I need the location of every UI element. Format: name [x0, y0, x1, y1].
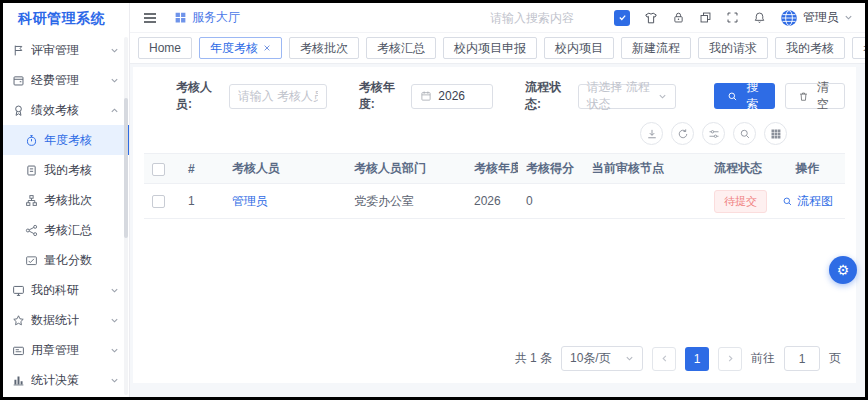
- tab-annual-assessment[interactable]: 年度考核: [199, 37, 282, 59]
- page-size-select[interactable]: 10条/页: [561, 346, 643, 371]
- cell-year: 2026: [466, 184, 518, 219]
- sidebar-item-my-assessment[interactable]: 我的考核: [3, 155, 129, 185]
- sidebar-scrollbar-thumb[interactable]: [124, 98, 128, 238]
- row-checkbox[interactable]: [152, 195, 165, 208]
- sidebar-item-quantified-score[interactable]: 量化分数: [3, 245, 129, 275]
- sidebar-item-label: 绩效考核: [31, 102, 79, 119]
- settings-fab[interactable]: ⚙: [829, 256, 857, 284]
- prev-page-button[interactable]: [652, 347, 676, 371]
- refresh-icon[interactable]: [671, 122, 694, 145]
- monitor-icon: [12, 284, 25, 297]
- sidebar-item-label: 用章管理: [31, 342, 79, 359]
- col-actions: 操作: [770, 154, 845, 184]
- year-label: 考核年度:: [359, 79, 404, 113]
- export-icon[interactable]: [640, 122, 663, 145]
- clear-button[interactable]: 清空: [785, 83, 845, 109]
- card-icon: [12, 344, 25, 357]
- grid-columns-icon[interactable]: [764, 122, 787, 145]
- chevron-down-icon: [110, 76, 119, 85]
- content-area: 考核人员: 考核年度: 2026 流程状态: 请选择 流程状态 搜索: [130, 64, 865, 397]
- bar-chart-icon: [12, 374, 25, 387]
- sidebar-item-label: 评审管理: [31, 42, 79, 59]
- sidebar-item-my-research[interactable]: 我的科研: [3, 275, 129, 305]
- global-search-input[interactable]: [490, 11, 600, 25]
- page-number-1[interactable]: 1: [685, 347, 709, 371]
- person-link[interactable]: 管理员: [232, 194, 268, 208]
- sidebar-item-funds[interactable]: 经费管理: [3, 65, 129, 95]
- cell-department: 党委办公室: [346, 184, 466, 219]
- tab-campus-project-apply[interactable]: 校内项目申报: [443, 37, 537, 59]
- theme-tshirt-icon[interactable]: [644, 11, 658, 25]
- tab-assessment-batch[interactable]: 考核批次: [289, 37, 359, 59]
- sidebar-item-label: 量化分数: [44, 252, 92, 269]
- timer-icon: [25, 134, 38, 147]
- sidebar-item-assessment-summary[interactable]: 考核汇总: [3, 215, 129, 245]
- service-hall-link[interactable]: 服务大厅: [174, 9, 240, 26]
- tab-home[interactable]: Home: [138, 37, 192, 59]
- app-title: 科研管理系统: [3, 3, 129, 35]
- tab-assessment-detail[interactable]: 考核详情: [852, 37, 865, 59]
- next-page-button[interactable]: [718, 347, 742, 371]
- avatar: [780, 9, 798, 27]
- tab-label: 年度考核: [210, 40, 258, 57]
- tab-label: 我的考核: [786, 40, 834, 57]
- tab-label: 考核汇总: [377, 40, 425, 57]
- tab-new-process[interactable]: 新建流程: [621, 37, 691, 59]
- fullscreen-icon[interactable]: [726, 11, 739, 24]
- col-review-node: 当前审核节点: [584, 154, 706, 184]
- sidebar-item-review[interactable]: 评审管理: [3, 35, 129, 65]
- magnifier-icon[interactable]: [733, 122, 756, 145]
- magnifier-icon: [782, 196, 793, 207]
- star-icon: [12, 314, 25, 327]
- tab-label: 考核详情: [863, 40, 865, 57]
- status-select[interactable]: 请选择 流程状态: [578, 84, 677, 109]
- assessment-table: # 考核人员 考核人员部门 考核年度 考核得分 当前审核节点 流程状态 操作: [144, 153, 845, 219]
- col-status: 流程状态: [706, 154, 770, 184]
- tab-assessment-summary[interactable]: 考核汇总: [366, 37, 436, 59]
- chevron-down-icon: [658, 92, 667, 101]
- search-button[interactable]: 搜索: [714, 83, 774, 109]
- topbar-right: 管理员: [490, 9, 853, 27]
- col-year: 考核年度: [466, 154, 518, 184]
- tab-my-assessment[interactable]: 我的考核: [775, 37, 845, 59]
- chevron-up-icon: [110, 106, 119, 115]
- goto-label: 前往: [751, 350, 775, 367]
- sidebar-item-data-statistics[interactable]: 数据统计: [3, 305, 129, 335]
- tab-label: Home: [149, 41, 181, 55]
- sidebar-item-performance[interactable]: 绩效考核: [3, 95, 129, 125]
- sidebar-item-annual-assessment[interactable]: 年度考核: [3, 125, 129, 155]
- flag-icon: [12, 44, 25, 57]
- select-all-checkbox[interactable]: [152, 163, 165, 176]
- goto-page-input[interactable]: [784, 346, 820, 371]
- col-department: 考核人员部门: [346, 154, 466, 184]
- bell-icon[interactable]: [753, 11, 766, 24]
- check-square-icon[interactable]: [614, 10, 630, 26]
- close-icon[interactable]: [263, 44, 271, 52]
- tab-bar: Home 年度考核 考核批次 考核汇总 校内项目申报 校内项目 新建流程 我的请…: [130, 33, 865, 64]
- year-date-picker[interactable]: 2026: [411, 84, 493, 109]
- score-card-icon: [25, 254, 38, 267]
- tab-my-requests[interactable]: 我的请求: [698, 37, 768, 59]
- sidebar-item-statistics-decision[interactable]: 统计决策: [3, 365, 129, 395]
- sidebar-item-document-management[interactable]: 文档管理: [3, 395, 129, 397]
- chevron-down-icon: [110, 376, 119, 385]
- trash-icon: [798, 91, 809, 102]
- layers-icon[interactable]: [699, 11, 712, 24]
- sidebar-item-assessment-batch[interactable]: 考核批次: [3, 185, 129, 215]
- user-menu[interactable]: 管理员: [780, 9, 853, 27]
- assessee-input[interactable]: [229, 84, 327, 109]
- tab-campus-project[interactable]: 校内项目: [544, 37, 614, 59]
- table-row: 1 管理员 党委办公室 2026 0 待提交 流程图: [144, 184, 845, 219]
- flowchart-link[interactable]: 流程图: [782, 193, 833, 210]
- share-nodes-icon: [25, 224, 38, 237]
- top-bar: 服务大厅 管理员: [130, 3, 865, 33]
- filter-sliders-icon[interactable]: [702, 122, 725, 145]
- sidebar-item-label: 我的科研: [31, 282, 79, 299]
- lock-icon[interactable]: [672, 11, 685, 24]
- sidebar-item-seal-management[interactable]: 用章管理: [3, 335, 129, 365]
- hamburger-menu-icon[interactable]: [142, 10, 158, 26]
- search-icon: [727, 91, 738, 102]
- assessee-label: 考核人员:: [176, 79, 221, 113]
- cell-score: 0: [518, 184, 584, 219]
- sidebar-item-label: 经费管理: [31, 72, 79, 89]
